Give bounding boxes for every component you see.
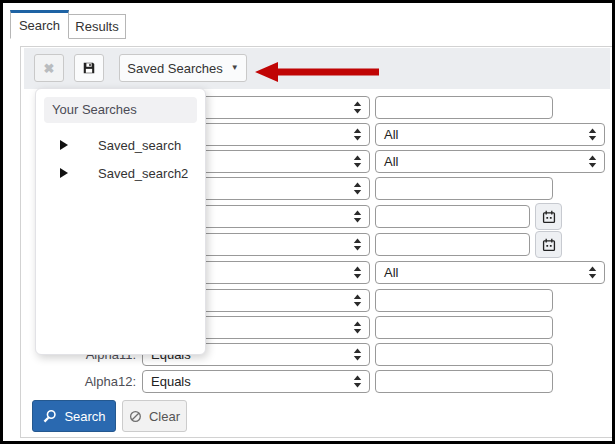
select-updown-icon: [353, 294, 362, 307]
select-updown-icon: [353, 375, 362, 388]
value-select[interactable]: All: [375, 123, 605, 146]
calendar-icon: [542, 238, 556, 252]
tab-results-label: Results: [75, 19, 118, 34]
value-input[interactable]: [375, 205, 530, 228]
select-updown-icon: [588, 266, 597, 279]
select-updown-icon: [353, 101, 362, 114]
value-input[interactable]: [375, 343, 553, 366]
value-input[interactable]: [375, 96, 553, 119]
close-button[interactable]: ✖: [34, 54, 64, 82]
saved-searches-label: Saved Searches: [127, 61, 222, 76]
magnifier-icon: [42, 409, 57, 424]
app-window: Search Results ✖ Saved Searches ▼ Your S…: [0, 0, 615, 444]
slashed-circle-icon: [129, 410, 142, 423]
saved-search-item-label: Saved_search: [98, 138, 181, 153]
value-select[interactable]: All: [375, 150, 605, 173]
form-row: Alpha12:Equals: [3, 370, 612, 393]
floppy-disk-icon: [82, 61, 96, 75]
chevron-down-icon: ▼: [231, 64, 239, 72]
select-updown-icon: [353, 128, 362, 141]
row-label: Alpha12:: [20, 374, 136, 389]
operator-select[interactable]: Equals: [142, 370, 370, 393]
select-updown-icon: [353, 210, 362, 223]
select-updown-icon: [353, 348, 362, 361]
select-updown-icon: [353, 266, 362, 279]
value-input[interactable]: [375, 177, 553, 200]
dropdown-items: Saved_searchSaved_search2: [36, 131, 205, 187]
select-updown-icon: [353, 182, 362, 195]
saved-search-item[interactable]: Saved_search: [36, 131, 205, 159]
search-button-label: Search: [64, 409, 105, 424]
calendar-button[interactable]: [535, 203, 562, 230]
tab-search[interactable]: Search: [10, 10, 69, 39]
value-input[interactable]: [375, 370, 553, 393]
tab-search-label: Search: [19, 18, 60, 33]
clear-button[interactable]: Clear: [122, 400, 187, 432]
value-select[interactable]: All: [375, 261, 605, 284]
select-updown-icon: [353, 155, 362, 168]
value-input[interactable]: [375, 233, 530, 256]
calendar-button[interactable]: [535, 231, 562, 258]
triangle-right-icon: [59, 140, 69, 150]
calendar-icon: [542, 210, 556, 224]
select-updown-icon: [588, 128, 597, 141]
dropdown-header: Your Searches: [44, 97, 197, 123]
select-updown-icon: [353, 321, 362, 334]
select-updown-icon: [588, 155, 597, 168]
saved-search-item-label: Saved_search2: [98, 166, 188, 181]
value-input[interactable]: [375, 316, 553, 339]
saved-searches-button[interactable]: Saved Searches ▼: [119, 54, 247, 82]
annotation-arrow-icon: [252, 58, 382, 86]
search-button[interactable]: Search: [32, 400, 116, 432]
triangle-right-icon: [59, 168, 69, 178]
saved-search-item[interactable]: Saved_search2: [36, 159, 205, 187]
clear-button-label: Clear: [149, 409, 180, 424]
value-input[interactable]: [375, 289, 553, 312]
saved-searches-dropdown: Your Searches Saved_searchSaved_search2: [35, 88, 206, 355]
save-search-button[interactable]: [74, 54, 104, 82]
tab-results[interactable]: Results: [68, 14, 126, 39]
select-updown-icon: [353, 238, 362, 251]
close-icon: ✖: [44, 61, 55, 76]
